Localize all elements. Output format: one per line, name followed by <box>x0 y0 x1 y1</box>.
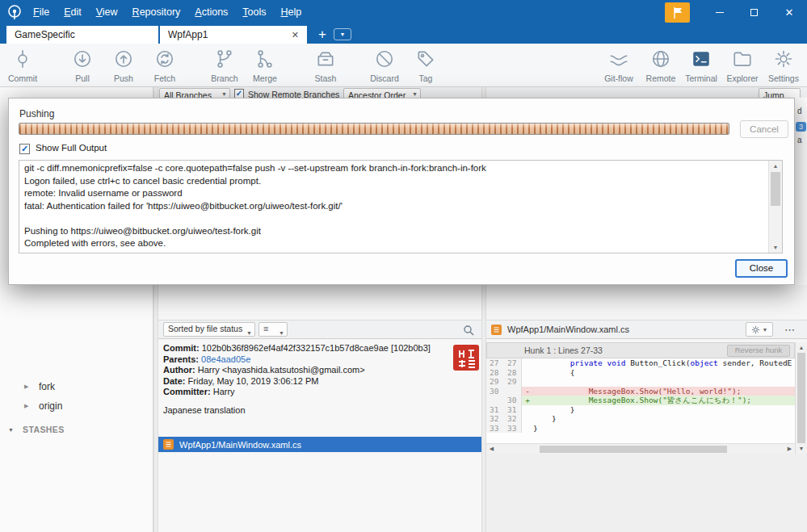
output-line <box>24 212 767 225</box>
tab-bar: GameSpecific WpfApp1 ✕ + ▼ <box>0 24 807 44</box>
chevron-down-icon: ▼ <box>279 327 284 339</box>
terminal-button[interactable]: Terminal <box>680 46 722 85</box>
fetch-button[interactable]: Fetch <box>144 46 186 85</box>
diff-view-empty <box>486 433 795 443</box>
diff-horizontal-scrollbar[interactable]: ◀ ▶ <box>486 443 795 454</box>
scrollbar-thumb[interactable] <box>797 353 805 443</box>
scroll-down-arrow-icon[interactable]: ▼ <box>796 443 807 454</box>
title-bar: File Edit View Repository Actions Tools … <box>0 0 807 24</box>
stash-icon <box>315 48 336 69</box>
window-maximize-button[interactable] <box>737 0 771 24</box>
diff-line: 2727 private void Button_Click(object se… <box>486 358 795 368</box>
new-tab-button[interactable]: + <box>313 26 331 44</box>
stash-button[interactable]: Stash <box>305 46 347 85</box>
menu-view[interactable]: View <box>89 0 125 24</box>
order-dropdown[interactable]: Ancestor Order▼ <box>343 88 421 98</box>
output-vertical-scrollbar[interactable]: ▲ ▼ <box>768 161 782 253</box>
show-remote-branches-checkbox[interactable]: ✓ <box>234 89 244 98</box>
sourcetree-logo-icon <box>6 4 23 20</box>
menu-edit[interactable]: Edit <box>57 0 89 24</box>
pull-button[interactable]: Pull <box>61 46 103 85</box>
tab-close-icon[interactable]: ✕ <box>292 30 299 40</box>
commit-parents-row: Parents: 08e4aad05e <box>163 354 448 366</box>
commit-info: Commit: 102b0b36f8962ef4af42f332157c1b57… <box>163 343 448 416</box>
scroll-right-arrow-icon[interactable]: ▶ <box>784 444 795 454</box>
file-status-icon <box>163 439 174 450</box>
tag-button[interactable]: Tag <box>405 46 447 85</box>
file-name: WpfApp1/MainWindow.xaml.cs <box>179 440 301 450</box>
branches-filter-dropdown[interactable]: All Branches▼ <box>159 88 230 98</box>
commit-date-row: Date: Friday, May 10, 2019 3:06:12 PM <box>163 376 448 387</box>
file-search-button[interactable] <box>460 322 477 337</box>
discard-button[interactable]: Discard <box>364 46 406 85</box>
chevron-down-icon[interactable]: ▼ <box>8 427 14 433</box>
sidebar-section-stashes[interactable]: ▼ STASHES <box>0 421 153 438</box>
clipped-text: a <box>797 136 802 145</box>
diff-line-removed: 30- MessageBox.Show("Hello, world!"); <box>486 387 795 396</box>
diff-vertical-scrollbar[interactable]: ▲ ▼ <box>795 342 807 454</box>
file-list-item-selected[interactable]: WpfApp1/MainWindow.xaml.cs <box>158 437 481 452</box>
scroll-left-arrow-icon[interactable]: ◀ <box>486 444 497 454</box>
view-mode-dropdown[interactable]: ≡▼ <box>258 322 288 337</box>
scroll-down-arrow-icon[interactable]: ▼ <box>769 242 782 253</box>
tab-label: GameSpecific <box>15 29 75 40</box>
window-close-button[interactable]: ✕ <box>771 0 807 24</box>
tab-gamespecific[interactable]: GameSpecific <box>6 26 158 44</box>
tab-wpfapp1[interactable]: WpfApp1 ✕ <box>160 26 307 44</box>
diff-options-button[interactable]: ▼ <box>746 322 773 337</box>
menu-repository[interactable]: Repository <box>125 0 188 24</box>
branch-button[interactable]: Branch <box>204 46 246 85</box>
scroll-up-arrow-icon[interactable]: ▲ <box>769 161 782 171</box>
more-options-button[interactable]: ⋯ <box>780 322 801 337</box>
chevron-right-icon[interactable]: ▶ <box>24 403 28 409</box>
remote-button[interactable]: Remote <box>640 46 682 85</box>
cancel-button[interactable]: Cancel <box>740 120 788 138</box>
output-line: git -c diff.mnemonicprefix=false -c core… <box>24 162 767 175</box>
output-line: Completed with errors, see above. <box>24 237 767 250</box>
diff-line: 2828 { <box>486 368 795 378</box>
push-output-box: git -c diff.mnemonicprefix=false -c core… <box>19 160 783 253</box>
terminal-icon <box>691 48 712 69</box>
reverse-hunk-button[interactable]: Reverse hunk <box>727 345 790 357</box>
menu-actions[interactable]: Actions <box>187 0 235 24</box>
scroll-up-arrow-icon[interactable]: ▲ <box>796 342 807 353</box>
pull-icon <box>72 48 93 69</box>
file-list-header: Sorted by file status▼ ≡▼ <box>158 320 481 339</box>
tag-icon <box>415 48 436 69</box>
show-full-output-checkbox[interactable]: ✓ <box>19 144 30 154</box>
feedback-flag-button[interactable] <box>665 2 690 23</box>
graph-edge-sliver: d 3 a <box>795 98 807 285</box>
commit-hash-row: Commit: 102b0b36f8962ef4af42f332157c1b57… <box>163 343 448 354</box>
close-button[interactable]: Close <box>735 259 788 278</box>
chevron-right-icon[interactable]: ▶ <box>24 383 28 390</box>
scrollbar-thumb[interactable] <box>771 172 780 206</box>
folder-icon <box>732 48 753 69</box>
parent-commit-link[interactable]: 08e4aad05e <box>201 354 250 364</box>
merge-icon <box>254 48 275 69</box>
search-icon <box>463 325 474 336</box>
merge-button[interactable]: Merge <box>244 46 286 85</box>
menu-file[interactable]: File <box>26 0 57 24</box>
tab-list-dropdown-button[interactable]: ▼ <box>334 28 351 40</box>
diff-line: 3333} <box>486 424 795 434</box>
branch-count-badge: 3 <box>796 122 806 132</box>
hunk-label: Hunk 1 : Lines 27-33 <box>524 346 603 355</box>
commit-author-row: Author: Harry <hayashida.katsutoshi@gmai… <box>163 365 448 376</box>
discard-icon <box>374 48 395 69</box>
flag-icon <box>672 6 683 19</box>
window-minimize-button[interactable] <box>702 0 737 24</box>
sidebar-item-fork[interactable]: ▶ fork <box>0 378 153 396</box>
menu-tools[interactable]: Tools <box>235 0 273 24</box>
scrollbar-thumb[interactable] <box>540 446 727 453</box>
jump-to-box[interactable]: Jump... <box>759 88 801 98</box>
commit-button[interactable]: Commit <box>2 46 44 85</box>
settings-button[interactable]: Settings <box>763 46 805 85</box>
git-flow-button[interactable]: Git-flow <box>598 46 640 85</box>
file-sort-dropdown[interactable]: Sorted by file status▼ <box>163 322 255 337</box>
sidebar-item-origin[interactable]: ▶ origin <box>0 397 153 415</box>
push-button[interactable]: Push <box>103 46 145 85</box>
explorer-button[interactable]: Explorer <box>721 46 763 85</box>
gear-icon <box>751 325 760 334</box>
dialog-title: Pushing <box>19 108 54 119</box>
menu-help[interactable]: Help <box>274 0 309 24</box>
